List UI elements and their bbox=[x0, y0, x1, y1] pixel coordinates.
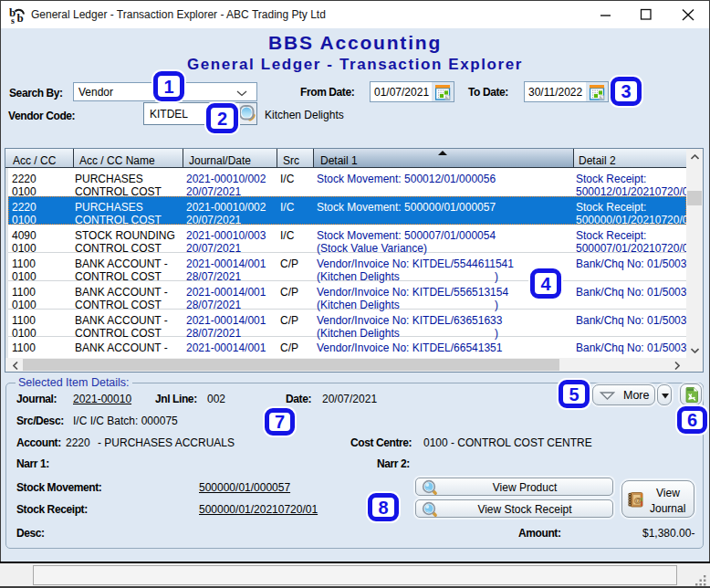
svg-text:s: s bbox=[11, 16, 15, 25]
svg-text:b: b bbox=[17, 11, 24, 25]
svg-text:@: @ bbox=[634, 496, 642, 505]
